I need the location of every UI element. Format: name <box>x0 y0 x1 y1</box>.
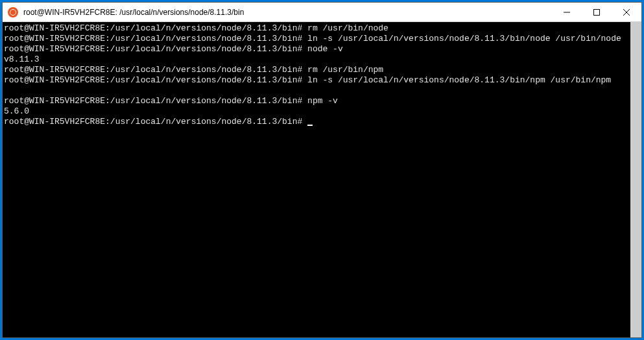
terminal-output[interactable]: root@WIN-IR5VH2FCR8E:/usr/local/n/versio… <box>3 22 630 337</box>
terminal-line-output <box>4 86 629 96</box>
window-controls <box>552 3 641 21</box>
maximize-icon <box>593 9 600 16</box>
terminal-line-command: root@WIN-IR5VH2FCR8E:/usr/local/n/versio… <box>4 65 629 75</box>
svg-rect-1 <box>594 9 600 15</box>
maximize-button[interactable] <box>582 3 612 21</box>
terminal-line-command: root@WIN-IR5VH2FCR8E:/usr/local/n/versio… <box>4 96 629 106</box>
close-icon <box>623 9 630 16</box>
terminal-line-command: root@WIN-IR5VH2FCR8E:/usr/local/n/versio… <box>4 44 629 55</box>
terminal-line-output: 5.6.0 <box>4 106 629 117</box>
scroll-thumb[interactable] <box>630 22 641 337</box>
scrollbar[interactable] <box>630 22 641 337</box>
window-title: root@WIN-IR5VH2FCR8E: /usr/local/n/versi… <box>23 8 552 17</box>
terminal-line-command: root@WIN-IR5VH2FCR8E:/usr/local/n/versio… <box>4 117 629 127</box>
close-button[interactable] <box>612 3 641 21</box>
terminal-line-output: v8.11.3 <box>4 55 629 65</box>
minimize-button[interactable] <box>552 3 582 21</box>
terminal-window: root@WIN-IR5VH2FCR8E: /usr/local/n/versi… <box>2 2 642 338</box>
titlebar[interactable]: root@WIN-IR5VH2FCR8E: /usr/local/n/versi… <box>3 3 641 22</box>
terminal-line-command: root@WIN-IR5VH2FCR8E:/usr/local/n/versio… <box>4 23 629 34</box>
terminal-line-command: root@WIN-IR5VH2FCR8E:/usr/local/n/versio… <box>4 34 629 44</box>
terminal-line-command: root@WIN-IR5VH2FCR8E:/usr/local/n/versio… <box>4 75 629 86</box>
ubuntu-icon <box>8 7 18 18</box>
terminal-area: root@WIN-IR5VH2FCR8E:/usr/local/n/versio… <box>3 22 641 337</box>
minimize-icon <box>564 9 570 16</box>
cursor <box>307 125 313 126</box>
